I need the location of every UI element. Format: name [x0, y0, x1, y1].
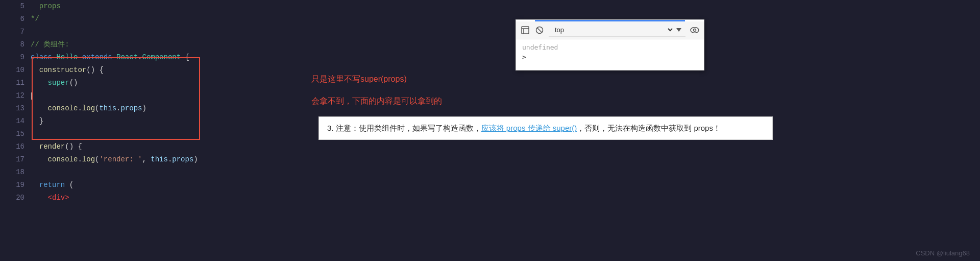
svg-line-4 — [537, 28, 542, 33]
frame-icon[interactable] — [520, 25, 530, 35]
line-num-15: 15 — [0, 128, 24, 140]
line-num-20: 20 — [0, 192, 24, 204]
code-line-13: console.log(this.props) — [31, 102, 980, 115]
frame-selector[interactable]: top — [549, 23, 685, 37]
note-text-before: 3. 注意：使用类组件时，如果写了构造函数， — [327, 124, 481, 132]
code-line-18 — [31, 166, 980, 179]
code-line-7 — [31, 26, 980, 38]
devtools-content: undefined > — [516, 39, 704, 70]
code-line-11: super() — [31, 77, 980, 89]
svg-rect-0 — [522, 27, 529, 34]
code-line-10: constructor() { — [31, 64, 980, 77]
line-num-7: 7 — [0, 26, 24, 38]
line-num-12: 12 — [0, 89, 24, 102]
line-num-10: 10 — [0, 64, 24, 77]
code-line-8: // 类组件: — [31, 38, 980, 51]
line-num-6: 6 — [0, 13, 24, 26]
note-text-after: ，否则，无法在构造函数中获取到 props！ — [577, 124, 721, 132]
note-box: 3. 注意：使用类组件时，如果写了构造函数，应该将 props 传递给 supe… — [318, 116, 773, 140]
devtools-prompt[interactable]: > — [522, 53, 698, 61]
line-num-16: 16 — [0, 140, 24, 153]
line-num-17: 17 — [0, 153, 24, 166]
annotation-super-props: 只是这里不写super(props) — [311, 74, 407, 85]
code-line-5: props — [31, 0, 980, 13]
frame-select[interactable]: top — [553, 26, 674, 34]
devtools-toolbar: top — [516, 21, 704, 39]
code-line-19: return ( — [31, 179, 980, 192]
line-num-5: 5 — [0, 0, 24, 13]
svg-point-7 — [694, 29, 696, 32]
note-link[interactable]: 应该将 props 传递给 super() — [481, 124, 577, 132]
devtools-panel: top undefined > — [516, 19, 704, 70]
code-line-16: render() { — [31, 140, 980, 153]
svg-marker-5 — [676, 28, 681, 32]
eye-icon[interactable] — [690, 25, 700, 35]
line-num-19: 19 — [0, 179, 24, 192]
svg-point-6 — [691, 28, 699, 33]
code-line-6: */ — [31, 13, 980, 26]
cursor — [31, 92, 32, 100]
annotation-cannot-get: 会拿不到，下面的内容是可以拿到的 — [311, 96, 442, 107]
line-num-14: 14 — [0, 115, 24, 128]
line-num-18: 18 — [0, 166, 24, 179]
line-num-9: 9 — [0, 51, 24, 64]
csdn-watermark: CSDN @liulang68 — [916, 249, 970, 257]
line-num-8: 8 — [0, 38, 24, 51]
line-num-13: 13 — [0, 102, 24, 115]
code-line-20: <div> — [31, 192, 980, 204]
code-line-9: class Hello extends React.Component { — [31, 51, 980, 64]
code-line-12 — [31, 89, 980, 102]
line-num-11: 11 — [0, 77, 24, 89]
devtools-result: undefined — [522, 43, 698, 51]
no-icon[interactable] — [534, 25, 545, 35]
line-numbers: 5 6 7 8 9 10 11 12 13 14 15 16 17 18 19 … — [0, 0, 31, 261]
code-line-17: console.log('render: ', this.props) — [31, 153, 980, 166]
